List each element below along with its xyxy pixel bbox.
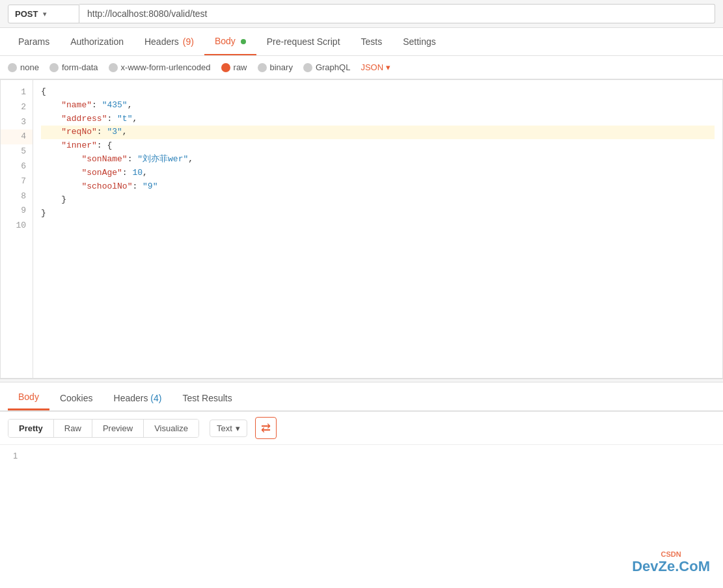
tab-headers[interactable]: Headers (9) (134, 29, 204, 55)
tab-params[interactable]: Params (8, 29, 60, 55)
method-chevron: ▾ (43, 10, 46, 18)
format-pretty[interactable]: Pretty (8, 420, 54, 437)
code-line: } (41, 193, 715, 207)
radio-none (8, 63, 17, 72)
body-dot (241, 39, 246, 44)
code-line: "address": "t", (41, 113, 715, 126)
format-raw[interactable]: Raw (54, 420, 92, 437)
code-line: { (41, 85, 715, 99)
line-num: 8 (1, 189, 33, 204)
method-select[interactable]: POST ▾ (8, 5, 79, 23)
line-num: 1 (1, 85, 33, 100)
tab-settings[interactable]: Settings (392, 29, 446, 55)
request-tabs: Params Authorization Headers (9) Body Pr… (0, 28, 723, 56)
radio-binary (258, 63, 267, 72)
radio-urlencoded (109, 63, 118, 72)
code-content[interactable]: { "name": "435", "address": "t", "reqNo"… (33, 80, 722, 378)
line-num: 3 (1, 115, 33, 130)
format-row: Pretty Raw Preview Visualize Text ▾ ⇄ (0, 412, 723, 445)
url-input[interactable] (79, 4, 715, 23)
line-num: 10 (1, 219, 33, 234)
url-bar: POST ▾ (0, 0, 723, 28)
line-num: 2 (1, 100, 33, 115)
code-line: "reqNo": "3", (41, 126, 715, 139)
method-label: POST (15, 9, 38, 19)
resp-tab-body[interactable]: Body (8, 385, 49, 410)
radio-form-data (49, 63, 59, 72)
tab-body[interactable]: Body (204, 28, 256, 55)
format-visualize[interactable]: Visualize (144, 420, 198, 437)
body-options-row: none form-data x-www-form-urlencoded raw… (0, 56, 723, 79)
wrap-button[interactable]: ⇄ (255, 417, 277, 439)
code-line: "schoolNo": "9" (41, 180, 715, 194)
code-line: "inner": { (41, 139, 715, 153)
option-raw[interactable]: raw (221, 62, 247, 72)
tab-authorization[interactable]: Authorization (60, 29, 134, 55)
option-none[interactable]: none (8, 62, 39, 72)
resp-tab-headers[interactable]: Headers (4) (103, 386, 172, 410)
line-num: 4 (1, 129, 33, 144)
radio-raw (221, 63, 230, 72)
radio-graphql (303, 63, 312, 72)
format-preview[interactable]: Preview (92, 420, 144, 437)
response-tabs: Body Cookies Headers (4) Test Results (0, 385, 723, 412)
option-graphql[interactable]: GraphQL (303, 62, 350, 72)
code-line: } (41, 207, 715, 220)
line-num: 5 (1, 144, 33, 159)
code-line: "name": "435", (41, 99, 715, 113)
resp-tab-cookies[interactable]: Cookies (49, 386, 103, 410)
response-line-num: 1 (13, 451, 18, 461)
divider (0, 379, 723, 382)
line-num: 7 (1, 174, 33, 189)
json-type-selector[interactable]: JSON ▾ (361, 62, 390, 72)
option-urlencoded[interactable]: x-www-form-urlencoded (109, 62, 211, 72)
option-form-data[interactable]: form-data (49, 62, 98, 72)
format-group: Pretty Raw Preview Visualize (8, 419, 199, 438)
line-num: 9 (1, 204, 33, 219)
option-binary[interactable]: binary (258, 62, 293, 72)
response-body: 1 (0, 445, 723, 466)
tab-prerequest[interactable]: Pre-request Script (256, 29, 351, 55)
line-num: 6 (1, 159, 33, 174)
code-line: "sonName": "刘亦菲wer", (41, 153, 715, 167)
tab-tests[interactable]: Tests (351, 29, 393, 55)
text-type-selector[interactable]: Text ▾ (210, 420, 247, 437)
resp-tab-testresults[interactable]: Test Results (172, 386, 242, 410)
code-editor[interactable]: 12345678910 { "name": "435", "address": … (0, 79, 723, 379)
code-line: "sonAge": 10, (41, 167, 715, 180)
line-numbers: 12345678910 (1, 80, 33, 378)
